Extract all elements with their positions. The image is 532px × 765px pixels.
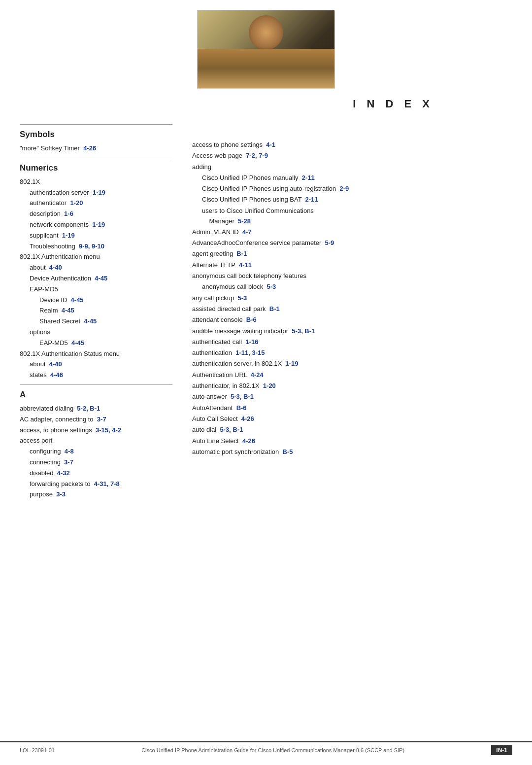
list-item: supplicant 1-19 bbox=[20, 231, 172, 241]
page-ref[interactable]: 4-31, 7-8 bbox=[94, 480, 120, 487]
list-item: purpose 3-3 bbox=[20, 489, 172, 500]
page-ref[interactable]: 4-45 bbox=[71, 296, 84, 304]
list-item: authenticated call 1-16 bbox=[192, 337, 512, 348]
page-ref[interactable]: 5-3, B-1 bbox=[231, 393, 254, 400]
index-title: I N D E X bbox=[353, 98, 433, 110]
list-item: Cisco Unified IP Phones using auto-regis… bbox=[192, 184, 512, 194]
page-ref[interactable]: 2-11 bbox=[305, 196, 318, 203]
page-ref[interactable]: 4-45 bbox=[62, 307, 74, 314]
page-ref[interactable]: 5-28 bbox=[238, 217, 251, 225]
list-item: disabled 4-32 bbox=[20, 468, 172, 479]
page-ref[interactable]: 4-26 bbox=[83, 144, 96, 152]
page-ref[interactable]: 9-9, 9-10 bbox=[79, 243, 104, 250]
page-ref[interactable]: 7-2, 7-9 bbox=[246, 152, 268, 159]
header-image bbox=[197, 10, 335, 89]
page-ref[interactable]: 5-9 bbox=[325, 239, 334, 246]
list-item: attendant console B-6 bbox=[192, 315, 512, 325]
page-ref[interactable]: 1-11, 3-15 bbox=[235, 349, 265, 356]
page-ref[interactable]: 4-26 bbox=[242, 437, 255, 445]
page-ref[interactable]: 4-7 bbox=[242, 228, 252, 236]
list-item: anonymous call block 5-3 bbox=[192, 282, 512, 292]
list-item: about 4-40 bbox=[20, 263, 172, 273]
list-item: any call pickup 5-3 bbox=[192, 293, 512, 304]
page-ref[interactable]: 2-11 bbox=[302, 174, 315, 181]
page-ref[interactable]: 4-45 bbox=[71, 339, 84, 347]
page-ref[interactable]: 5-3 bbox=[238, 294, 247, 302]
page-ref[interactable]: 4-24 bbox=[251, 371, 264, 379]
page-ref[interactable]: 4-8 bbox=[65, 448, 74, 455]
page-ref[interactable]: 2-9 bbox=[339, 185, 349, 192]
list-item: auto answer 5-3, B-1 bbox=[192, 392, 512, 402]
list-item: Device ID 4-45 bbox=[20, 295, 172, 306]
page-ref[interactable]: 5-3, B-1 bbox=[292, 327, 315, 335]
list-item: automatic port synchronization B-5 bbox=[192, 447, 512, 457]
list-item: Cisco Unified IP Phones using BAT 2-11 bbox=[192, 195, 512, 205]
page-ref[interactable]: 1-16 bbox=[245, 338, 258, 346]
list-item: Device Authentication 4-45 bbox=[20, 274, 172, 284]
list-item: access, to phone settings 3-15, 4-2 bbox=[20, 425, 172, 436]
page-ref[interactable]: 4-11 bbox=[239, 261, 252, 269]
list-item: description 1-6 bbox=[20, 209, 172, 219]
list-item: Auto Call Select 4-26 bbox=[192, 414, 512, 424]
page-ref[interactable]: B-6 bbox=[236, 404, 247, 412]
list-item: Authentication URL 4-24 bbox=[192, 370, 512, 381]
page-ref[interactable]: 1-20 bbox=[263, 382, 276, 389]
list-item: Alternate TFTP 4-11 bbox=[192, 260, 512, 271]
list-item: authentication server, in 802.1X 1-19 bbox=[192, 359, 512, 369]
page-ref[interactable]: B-6 bbox=[246, 316, 257, 323]
list-item: Cisco Unified IP Phones manually 2-11 bbox=[192, 173, 512, 183]
page-ref[interactable]: B-1 bbox=[269, 305, 280, 313]
right-column: access to phone settings 4-1 Access web … bbox=[182, 120, 512, 500]
page-ref[interactable]: 4-45 bbox=[84, 317, 97, 325]
list-item: 802.1X Authentication Status menu bbox=[20, 349, 172, 359]
page-ref[interactable]: 1-19 bbox=[62, 232, 75, 239]
page-ref[interactable]: 4-40 bbox=[49, 264, 62, 271]
page-ref[interactable]: 3-15, 4-2 bbox=[96, 426, 121, 434]
left-column: Symbols "more" Softkey Timer 4-26 Numeri… bbox=[20, 120, 182, 500]
list-item: audible message waiting indicator 5-3, B… bbox=[192, 326, 512, 337]
list-item: AdvanceAdhocConference service parameter… bbox=[192, 238, 512, 248]
page-header: I N D E X bbox=[0, 0, 532, 115]
footer-left: I OL-23091-01 bbox=[20, 747, 55, 753]
list-item: 802.1X Authentication menu bbox=[20, 252, 172, 262]
page-ref[interactable]: 4-46 bbox=[50, 371, 63, 379]
list-item: EAP-MD5 4-45 bbox=[20, 338, 172, 348]
entry-text: "more" Softkey Timer bbox=[20, 144, 83, 152]
page-ref[interactable]: 4-40 bbox=[49, 360, 62, 368]
list-item: authentication 1-11, 3-15 bbox=[192, 348, 512, 358]
list-item: adding bbox=[192, 162, 512, 173]
page-ref[interactable]: 4-26 bbox=[241, 415, 254, 422]
page-ref[interactable]: 1-19 bbox=[285, 360, 298, 367]
list-item: authenticator, in 802.1X 1-20 bbox=[192, 381, 512, 391]
numerics-divider bbox=[20, 158, 172, 158]
page-ref[interactable]: 4-1 bbox=[266, 141, 275, 148]
page-ref[interactable]: 3-7 bbox=[64, 458, 73, 466]
main-content: Symbols "more" Softkey Timer 4-26 Numeri… bbox=[0, 120, 532, 500]
list-item: Admin. VLAN ID 4-7 bbox=[192, 227, 512, 238]
page-ref[interactable]: 3-7 bbox=[97, 416, 106, 423]
page-ref[interactable]: 1-6 bbox=[64, 210, 73, 217]
page-ref[interactable]: 1-19 bbox=[93, 189, 105, 196]
list-item: network components 1-19 bbox=[20, 220, 172, 230]
list-item: AC adapter, connecting to 3-7 bbox=[20, 415, 172, 425]
page-ref[interactable]: 5-3, B-1 bbox=[220, 426, 243, 433]
list-item: connecting 3-7 bbox=[20, 457, 172, 468]
page-ref[interactable]: 5-3 bbox=[267, 283, 276, 290]
page-ref[interactable]: B-5 bbox=[283, 448, 293, 455]
page-ref[interactable]: 1-20 bbox=[70, 199, 83, 207]
list-item: anonymous call bock telephony features bbox=[192, 271, 512, 281]
list-item: "more" Softkey Timer 4-26 bbox=[20, 143, 172, 154]
list-item: states 4-46 bbox=[20, 370, 172, 381]
list-item: assisted directed call park B-1 bbox=[192, 304, 512, 314]
a-heading: A bbox=[20, 390, 172, 400]
page-ref[interactable]: 4-45 bbox=[95, 275, 107, 282]
a-divider bbox=[20, 384, 172, 385]
page-ref[interactable]: 5-2, B-1 bbox=[77, 405, 100, 412]
list-item: users to Cisco Unified Communications Ma… bbox=[192, 206, 512, 227]
list-item: auto dial 5-3, B-1 bbox=[192, 425, 512, 435]
page-ref[interactable]: 4-32 bbox=[57, 469, 70, 477]
page-ref[interactable]: 3-3 bbox=[56, 490, 66, 498]
page-ref[interactable]: 1-19 bbox=[92, 221, 105, 228]
list-item: Shared Secret 4-45 bbox=[20, 316, 172, 327]
page-ref[interactable]: B-1 bbox=[236, 250, 247, 257]
